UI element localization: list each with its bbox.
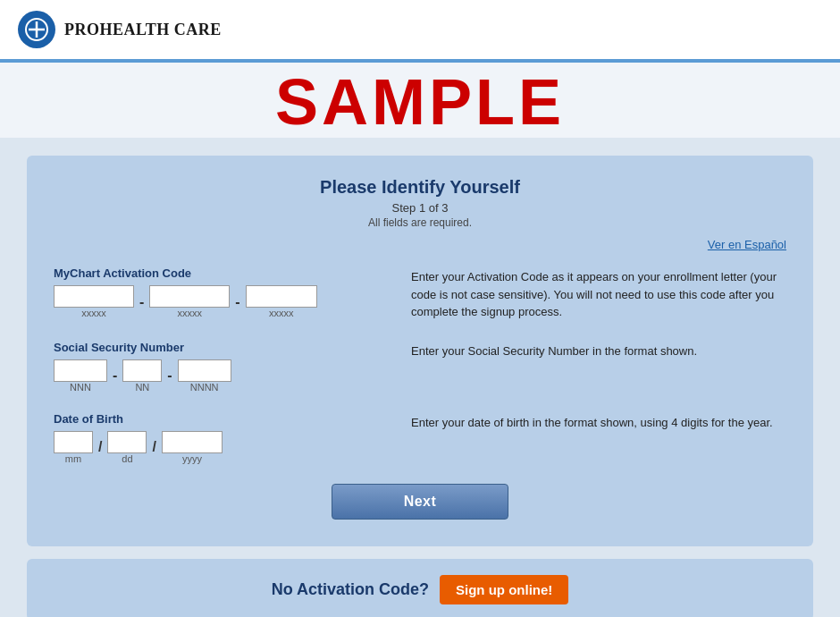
dob-inputs: mm / dd / yyyy bbox=[54, 431, 393, 464]
activation-code-help: Enter your Activation Code as it appears… bbox=[393, 266, 786, 321]
bottom-card: No Activation Code? Sign up online! bbox=[27, 559, 813, 618]
dob-ph-3: yyyy bbox=[182, 453, 202, 464]
ssn-input-1-wrap: NNN bbox=[54, 359, 107, 393]
dob-label: Date of Birth bbox=[54, 412, 393, 426]
no-code-text: No Activation Code? bbox=[272, 580, 429, 599]
act-ph-1: xxxxx bbox=[81, 308, 106, 318]
ssn-label: Social Security Number bbox=[54, 341, 393, 354]
sample-watermark: SAMPLE bbox=[0, 70, 840, 134]
activation-code-input-1[interactable] bbox=[54, 285, 134, 308]
act-input-2-wrap: xxxxx bbox=[149, 285, 230, 318]
dob-row: Date of Birth mm / dd / yyyy bbox=[54, 412, 786, 464]
form-title: Please Identify Yourself bbox=[54, 177, 786, 198]
dob-ph-2: dd bbox=[122, 453, 132, 464]
dob-input-yyyy[interactable] bbox=[162, 431, 223, 453]
header: ProHealth Care bbox=[0, 0, 840, 61]
form-card: Please Identify Yourself Step 1 of 3 All… bbox=[27, 156, 813, 546]
dob-sep-2: / bbox=[150, 439, 157, 455]
act-ph-2: xxxxx bbox=[178, 308, 203, 318]
activation-code-field: MyChart Activation Code xxxxx - xxxxx - … bbox=[54, 266, 393, 318]
next-button[interactable]: Next bbox=[332, 484, 509, 520]
ssn-sep-2: - bbox=[165, 368, 173, 384]
activation-code-input-3[interactable] bbox=[246, 285, 317, 308]
activation-code-input-2[interactable] bbox=[149, 285, 230, 308]
dob-input-1-wrap: mm bbox=[54, 431, 93, 464]
signup-button[interactable]: Sign up online! bbox=[440, 575, 568, 604]
dob-field: Date of Birth mm / dd / yyyy bbox=[54, 412, 393, 464]
lang-link[interactable]: Ver en Español bbox=[708, 238, 786, 251]
ssn-input-3-wrap: NNNN bbox=[178, 359, 231, 393]
dob-input-3-wrap: yyyy bbox=[162, 431, 223, 464]
act-input-1-wrap: xxxxx bbox=[54, 285, 134, 318]
dob-sep-1: / bbox=[97, 439, 104, 455]
act-input-3-wrap: xxxxx bbox=[246, 285, 317, 318]
ssn-row: Social Security Number NNN - NN - NNNN bbox=[54, 341, 786, 393]
ssn-input-2[interactable] bbox=[122, 359, 162, 382]
ssn-ph-1: NNN bbox=[70, 382, 91, 393]
dob-input-mm[interactable] bbox=[54, 431, 93, 453]
dob-input-2-wrap: dd bbox=[107, 431, 147, 464]
act-sep-2: - bbox=[233, 294, 241, 310]
form-step: Step 1 of 3 bbox=[54, 201, 786, 215]
lang-link-wrap: Ver en Español bbox=[54, 236, 786, 252]
dob-ph-1: mm bbox=[65, 453, 81, 464]
main-content: Please Identify Yourself Step 1 of 3 All… bbox=[0, 138, 840, 617]
ssn-sep-1: - bbox=[111, 368, 119, 384]
ssn-inputs: NNN - NN - NNNN bbox=[54, 359, 393, 393]
ssn-ph-3: NNNN bbox=[190, 382, 219, 393]
form-required-note: All fields are required. bbox=[54, 216, 786, 229]
dob-input-dd[interactable] bbox=[107, 431, 147, 453]
ssn-ph-2: NN bbox=[135, 382, 149, 393]
ssn-help: Enter your Social Security Number in the… bbox=[393, 341, 786, 360]
logo-icon bbox=[18, 11, 55, 48]
next-btn-wrap: Next bbox=[54, 484, 786, 520]
ssn-input-1[interactable] bbox=[54, 359, 107, 382]
act-ph-3: xxxxx bbox=[269, 308, 294, 318]
org-name: ProHealth Care bbox=[64, 21, 222, 39]
activation-code-row: MyChart Activation Code xxxxx - xxxxx - … bbox=[54, 266, 786, 321]
ssn-input-2-wrap: NN bbox=[122, 359, 162, 393]
ssn-input-3[interactable] bbox=[178, 359, 231, 382]
act-sep-1: - bbox=[138, 294, 146, 310]
dob-help: Enter your date of birth in the format s… bbox=[393, 412, 786, 432]
activation-code-label: MyChart Activation Code bbox=[54, 266, 393, 280]
activation-code-inputs: xxxxx - xxxxx - xxxxx bbox=[54, 285, 393, 318]
sample-banner: SAMPLE bbox=[0, 63, 840, 138]
ssn-field: Social Security Number NNN - NN - NNNN bbox=[54, 341, 393, 393]
